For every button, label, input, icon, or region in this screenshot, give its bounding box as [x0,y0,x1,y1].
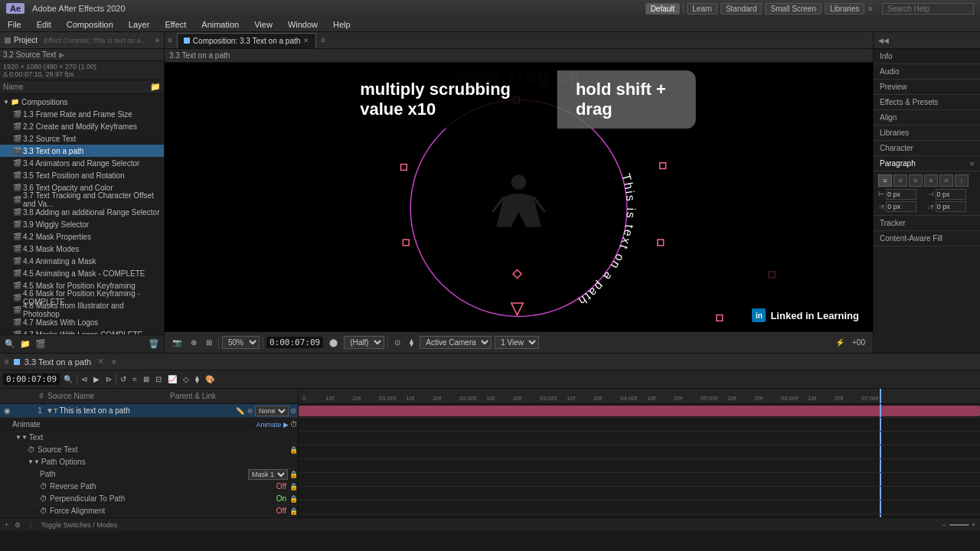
path-select[interactable]: Mask 1 [248,469,288,480]
comp-tab-close[interactable]: ✕ [303,37,309,44]
force-align-stopwatch[interactable]: ⏱ [40,507,47,515]
timeline-overflow[interactable]: ≡ [112,358,116,366]
tl-next-keyframe-btn[interactable]: ⊳ [103,374,114,384]
viewer-snapshot-btn[interactable]: 📷 [169,337,185,348]
space-before-input[interactable] [886,201,916,212]
source-text-lock[interactable]: 🔒 [289,446,298,454]
animate-btn[interactable]: Animate ▶ [256,421,289,429]
right-panel-collapse-icon[interactable]: ◀◀ [878,37,889,44]
text-direction-btn[interactable]: ↕ [955,174,969,187]
menu-help[interactable]: Help [330,20,354,29]
tl-draft-3d-btn[interactable]: ⧫ [193,374,201,384]
menu-animation[interactable]: Animation [198,20,242,29]
reverse-path-stopwatch[interactable]: ⏱ [40,482,47,491]
right-section-character[interactable]: Character [874,141,980,156]
indent-right-input[interactable] [936,189,966,200]
menu-effect[interactable]: Effect [162,20,189,29]
workspace-libraries[interactable]: Libraries [825,3,864,15]
viewer-grid-btn[interactable]: ⊞ [203,337,215,348]
project-item-8[interactable]: 🎬 3.7 Text Tracking and Character Offset… [0,194,164,206]
project-item-14[interactable]: 🎬 4.5 Animating a Mask - COMPLETE [0,267,164,279]
layer-1-animate-row[interactable]: Animate Animate ▶ ⏱ [0,418,298,432]
tl-color-label-btn[interactable]: 🎨 [203,374,217,384]
right-section-content-aware-fill[interactable]: Content-Aware Fill [874,231,980,246]
path-lock[interactable]: 🔒 [289,471,298,478]
source-text-stopwatch[interactable]: ⏱ [28,445,35,454]
align-right-btn[interactable]: ≡ [909,174,923,187]
create-folder-btn[interactable]: 📁 [18,337,32,351]
layer-1-parent-select[interactable]: None [255,406,289,416]
animate-stopwatch[interactable]: ⏱ [290,420,298,429]
project-item-13[interactable]: 🎬 4.4 Animating a Mask [0,255,164,267]
tl-loop-btn[interactable]: ↺ [118,374,129,384]
project-item-19[interactable]: 🎬 4.7 Masks With Logos COMPLETE [0,328,164,334]
force-align-lock[interactable]: 🔒 [289,507,298,515]
perpendicular-lock[interactable]: 🔒 [289,495,298,503]
right-section-info[interactable]: Info [874,49,980,64]
workspace-small-screen[interactable]: Small Screen [765,3,821,15]
indent-left-input[interactable] [886,189,916,200]
layer-1-eye[interactable]: ◉ [2,406,12,415]
workspace-default[interactable]: Default [645,3,681,15]
project-item-3[interactable]: 🎬 3.2 Source Text [0,132,164,145]
path-row[interactable]: Path Mask 1 🔒 [0,468,298,481]
path-options-group[interactable]: ▼ Path Options [0,456,298,468]
delete-btn[interactable]: 🗑️ [147,337,161,351]
project-new-folder[interactable]: 📁 [150,82,161,92]
project-item-5[interactable]: 🎬 3.4 Animators and Range Selector [0,157,164,169]
project-item-9[interactable]: 🎬 3.8 Adding an additional Range Selecto… [0,206,164,218]
reverse-path-row[interactable]: ⏱ Reverse Path Off 🔒 [0,481,298,493]
effect-controls-tab[interactable]: Effect Controls: This is text on a... [44,37,146,44]
tl-shy-btn[interactable]: ≈ [130,374,139,384]
comp-tab-overflow[interactable]: ≡ [321,36,325,44]
right-section-paragraph[interactable]: Paragraph ≡ [874,156,980,171]
timeline-zoom-in-btn[interactable]: + [972,521,975,529]
menu-composition[interactable]: Composition [64,20,116,29]
menu-layer[interactable]: Layer [126,20,153,29]
layer-1-text-group[interactable]: ▼ Text [0,432,298,444]
workspace-more[interactable]: » [867,3,873,14]
right-section-audio[interactable]: Audio [874,64,980,80]
justify-force-btn[interactable]: ≡ [939,174,953,187]
project-item-6[interactable]: 🎬 3.5 Text Position and Rotation [0,169,164,181]
perpendicular-row[interactable]: ⏱ Perpendicular To Path On 🔒 [0,493,298,505]
project-tab[interactable]: Project [14,36,38,44]
tl-play-btn[interactable]: ▶ [91,374,102,384]
timeline-zoom-out-btn[interactable]: − [942,521,946,529]
right-section-align[interactable]: Align [874,110,980,126]
interpret-footage-btn[interactable]: 🔍 [3,337,17,351]
viewer-safe-zones-btn[interactable]: ⊙ [391,337,403,348]
layer-1-pick-whip[interactable]: ⊚ [290,406,296,415]
space-after-input[interactable] [936,201,966,212]
menu-window[interactable]: Window [285,20,321,29]
current-time-display[interactable]: 0:00:07:09 [3,373,60,385]
viewer-preview-btn[interactable]: ⬤ [326,337,341,348]
menu-edit[interactable]: Edit [34,20,54,29]
layer-1-expand[interactable]: ▼ [46,406,54,415]
viewer-camera-select[interactable]: Active Camera [420,336,492,349]
right-section-libraries[interactable]: Libraries [874,126,980,141]
source-text-row[interactable]: ⏱ Source Text 🔒 [0,444,298,456]
force-alignment-row[interactable]: ⏱ Force Alignment Off 🔒 [0,505,298,517]
reverse-path-lock[interactable]: 🔒 [289,483,298,491]
right-section-preview[interactable]: Preview [874,80,980,95]
viewer-fast-preview-btn[interactable]: ⚡ [832,337,848,348]
align-center-btn[interactable]: ≡ [893,174,907,187]
tl-frame-blending-btn[interactable]: ⊠ [141,374,152,384]
align-left-btn[interactable]: ≡ [878,174,892,187]
tl-add-marker-btn[interactable]: ◇ [181,374,191,384]
layer-1-edit-icon[interactable]: ✏️ [234,407,246,415]
toggle-switches-modes-btn[interactable]: Toggle Switches / Modes [41,521,118,529]
tl-motion-blur-btn[interactable]: ⊡ [153,374,164,384]
viewer-timeline-controls-btn[interactable]: +00 [849,337,868,348]
add-layer-btn[interactable]: + [5,521,8,529]
timeline-zoom-slider[interactable]: ━━━━━ [949,521,969,529]
project-item-12[interactable]: 🎬 4.3 Mask Modes [0,243,164,255]
menu-view[interactable]: View [251,20,276,29]
panel-expand[interactable]: » [155,36,159,44]
viewer-resolution-select[interactable]: (Half) [344,336,384,349]
comp-tab-active[interactable]: Composition: 3.3 Text on a path ✕ [177,33,316,48]
layer-1-row[interactable]: ◉ 1 ▼ T This is text on a path ✏️ ⊕ None… [0,404,298,418]
justify-btn[interactable]: ≡ [924,174,938,187]
project-item-2[interactable]: 🎬 2.2 Create and Modify Keyframes [0,120,164,132]
